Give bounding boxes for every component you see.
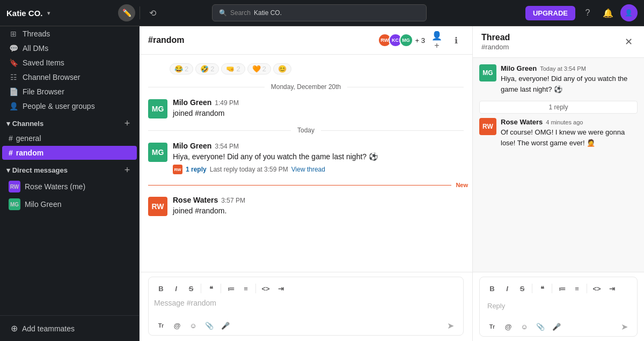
- dm-section-label[interactable]: ▾ Direct messages: [6, 166, 68, 174]
- thread-italic-button[interactable]: I: [500, 281, 514, 295]
- sidebar-label-file-browser: File Browser: [23, 87, 64, 96]
- thread-title-block: Thread #random: [481, 33, 510, 51]
- thread-bullet-button[interactable]: ≔: [555, 281, 569, 295]
- search-icon: 🔍: [219, 9, 227, 17]
- emoji-reaction-3[interactable]: 🧡2: [247, 63, 271, 75]
- thread-mention-button[interactable]: @: [501, 320, 515, 333]
- thread-text-format-button[interactable]: Tr: [485, 320, 499, 333]
- chat-area: #random RW KC MG + 3 👤+ ℹ 😂2🤣2🤜2🧡2😊 Mond…: [140, 26, 472, 341]
- ordered-list-button[interactable]: ≡: [239, 281, 253, 295]
- thread-bold-button[interactable]: B: [485, 281, 499, 295]
- thread-panel: Thread #random ✕ MG Milo Green Today at …: [472, 26, 644, 341]
- sidebar-icon-people-groups: 👤: [9, 102, 18, 110]
- hash-icon: #: [9, 149, 13, 157]
- msg-content-milo1: Milo Green 1:49 PM joined #random: [173, 98, 464, 119]
- thread-message-1: MG Milo Green Today at 3:54 PM Hiya, eve…: [479, 64, 638, 94]
- add-dm-button[interactable]: +: [122, 165, 133, 175]
- sidebar-item-channel-browser[interactable]: ☷Channel Browser: [2, 70, 137, 84]
- text-format-button[interactable]: Tr: [154, 318, 168, 332]
- message-milo-joined: MG Milo Green 1:49 PM joined #random: [140, 95, 472, 122]
- sidebar-item-all-dms[interactable]: 💬All DMs: [2, 41, 137, 55]
- add-member-button[interactable]: 👤+: [429, 33, 444, 48]
- reply-time: Last reply today at 3:59 PM: [210, 166, 288, 173]
- sidebar-item-saved-items[interactable]: 🔖Saved Items: [2, 56, 137, 70]
- main-layout: ⊞Threads💬All DMs🔖Saved Items☷Channel Bro…: [0, 26, 644, 341]
- emoji-icon-3: 🧡: [252, 65, 261, 73]
- dm-item-rose-waters-me[interactable]: RWRose Waters (me): [2, 178, 137, 195]
- upgrade-button[interactable]: UPGRADE: [525, 6, 575, 20]
- sidebar-label-saved-items: Saved Items: [23, 58, 64, 67]
- thread-reply-input[interactable]: Reply: [485, 298, 632, 317]
- channels-list: #general#random: [0, 131, 139, 160]
- thread-close-button[interactable]: ✕: [621, 35, 635, 49]
- italic-button[interactable]: I: [169, 281, 183, 295]
- today-divider: Today: [148, 127, 464, 134]
- add-channel-button[interactable]: +: [122, 118, 133, 129]
- channels-section-label[interactable]: ▾ Channels: [6, 120, 43, 128]
- sidebar: ⊞Threads💬All DMs🔖Saved Items☷Channel Bro…: [0, 26, 140, 341]
- sidebar-item-people-groups[interactable]: 👤People & user groups: [2, 99, 137, 113]
- msg-author-2: Milo Green: [173, 142, 211, 150]
- message-rose-joined: RW Rose Waters 3:57 PM joined #random.: [140, 192, 472, 220]
- message-input[interactable]: Message #random: [154, 299, 458, 316]
- add-teammates-item[interactable]: ⊕ Add teammates: [4, 321, 135, 336]
- mention-button[interactable]: @: [170, 318, 184, 332]
- thread-divider-1: [532, 284, 532, 293]
- channel-item-general[interactable]: #general: [2, 131, 137, 145]
- audio-button[interactable]: 🎤: [218, 318, 232, 332]
- thread-title: Thread: [481, 33, 510, 42]
- bullet-list-button[interactable]: ≔: [224, 281, 238, 295]
- user-avatar[interactable]: 👤: [620, 4, 638, 21]
- msg-avatar-milo1: MG: [148, 99, 167, 118]
- emoji-reaction-1[interactable]: 🤣2: [195, 63, 219, 75]
- view-thread-link[interactable]: View thread: [291, 166, 325, 173]
- msg-text-3: joined #random.: [173, 205, 464, 217]
- thread-strikethrough-button[interactable]: S: [515, 281, 529, 295]
- search-input[interactable]: 🔍 Search Katie CO.: [212, 4, 427, 21]
- thread-quote-button[interactable]: ❝: [535, 281, 549, 295]
- attachment-button[interactable]: 📎: [202, 318, 216, 332]
- thread-msg-header-1: Milo Green Today at 3:54 PM: [501, 64, 638, 72]
- dm-section: ▾ Direct messages +: [0, 160, 139, 177]
- thread-ordered-button[interactable]: ≡: [570, 281, 584, 295]
- dm-label-rose-waters-me: Rose Waters (me): [25, 182, 85, 191]
- workspace-name[interactable]: Katie CO. ▾: [6, 9, 114, 18]
- emoji-button[interactable]: ☺: [186, 318, 200, 332]
- msg-header: Milo Green 1:49 PM: [173, 98, 464, 107]
- emoji-reaction-4[interactable]: 😊: [273, 63, 291, 75]
- sidebar-item-threads[interactable]: ⊞Threads: [2, 27, 137, 41]
- search-bar[interactable]: 🔍 Search Katie CO.: [212, 4, 427, 21]
- sidebar-label-all-dms: All DMs: [23, 44, 48, 53]
- history-button[interactable]: ⟲: [144, 5, 160, 21]
- thread-code-button[interactable]: <>: [590, 281, 604, 295]
- sidebar-item-file-browser[interactable]: 📄File Browser: [2, 85, 137, 99]
- bold-button[interactable]: B: [154, 281, 168, 295]
- emoji-icon-4: 😊: [278, 65, 287, 73]
- msg-time: 1:49 PM: [215, 99, 239, 107]
- code-button[interactable]: <>: [259, 281, 273, 295]
- code-block-button[interactable]: ⇥: [274, 281, 288, 295]
- thread-code-block-button[interactable]: ⇥: [605, 281, 619, 295]
- channel-item-random[interactable]: #random: [2, 146, 137, 160]
- thread-reply-count[interactable]: 1 reply: [479, 101, 638, 114]
- msg-author-3: Rose Waters: [173, 196, 218, 204]
- reply-count-link[interactable]: 1 reply: [186, 166, 207, 173]
- compose-button[interactable]: ✏️: [118, 4, 135, 21]
- bell-button[interactable]: 🔔: [600, 5, 616, 21]
- channel-info-button[interactable]: ℹ: [449, 33, 464, 48]
- topbar: Katie CO. ▾ ✏️ ⟲ 🔍 Search Katie CO. UPGR…: [0, 0, 644, 26]
- thread-send-button[interactable]: ➤: [617, 319, 632, 334]
- dm-item-milo-green[interactable]: MGMilo Green: [2, 196, 137, 213]
- help-button[interactable]: ?: [580, 5, 596, 21]
- thread-emoji-button[interactable]: ☺: [517, 320, 531, 333]
- thread-msg-time-2: 4 minutes ago: [546, 119, 583, 125]
- sidebar-icon-file-browser: 📄: [9, 87, 18, 96]
- send-button[interactable]: ➤: [443, 318, 458, 333]
- thread-divider-3: [587, 284, 587, 293]
- emoji-reaction-2[interactable]: 🤜2: [221, 63, 245, 75]
- strikethrough-button[interactable]: S: [184, 281, 198, 295]
- emoji-reaction-0[interactable]: 😂2: [170, 63, 193, 75]
- thread-attachment-button[interactable]: 📎: [533, 320, 547, 333]
- blockquote-button[interactable]: ❝: [204, 281, 218, 295]
- thread-audio-button[interactable]: 🎤: [550, 320, 564, 333]
